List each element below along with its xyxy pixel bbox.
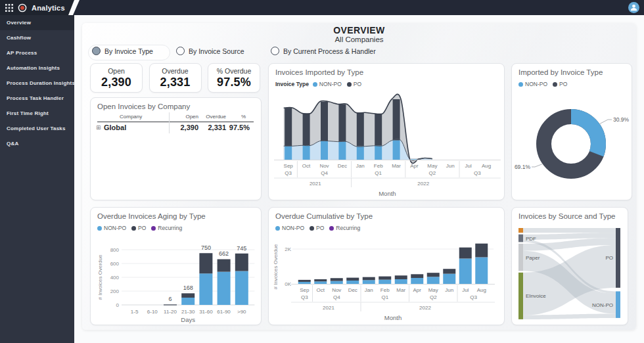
sidebar-item-automation-insights[interactable]: Automation Insights (0, 60, 74, 76)
nonpo-bar[interactable] (363, 280, 375, 284)
legend-item-recurring[interactable]: Recurring (151, 225, 182, 231)
nonpo-bar[interactable] (235, 271, 248, 305)
overdue-cumulative-by-type-card[interactable]: Overdue Cumulative by Type NON-POPORecur… (268, 207, 505, 325)
po-bar[interactable] (411, 274, 423, 278)
sankey-source-node[interactable] (518, 244, 523, 271)
legend-item-non-po[interactable]: NON-PO (518, 81, 547, 87)
nonpo-bar[interactable] (379, 280, 391, 284)
po-bar[interactable] (235, 254, 248, 271)
user-avatar[interactable] (628, 2, 639, 13)
legend-item-non-po[interactable]: NON-PO (97, 225, 126, 231)
nonpo-bar[interactable] (459, 258, 472, 284)
po-bar[interactable] (303, 113, 310, 145)
po-bar[interactable] (314, 279, 327, 281)
nonpo-bar[interactable] (314, 281, 327, 284)
sankey-link[interactable] (523, 314, 616, 319)
sankey-link[interactable] (523, 228, 616, 233)
sankey-source-node[interactable] (518, 273, 523, 319)
legend-item-po[interactable]: PO (553, 81, 567, 87)
radio-by-invoice-source[interactable]: By Invoice Source (176, 47, 244, 55)
po-bar[interactable] (363, 277, 375, 281)
legend-item-po[interactable]: PO (310, 225, 324, 231)
nonpo-bar[interactable] (411, 278, 423, 284)
imported-by-invoice-type-card[interactable]: Imported by Invoice Type NON-POPO 30.9%6… (511, 63, 632, 200)
legend-item-recurring[interactable]: Recurring (329, 225, 360, 231)
nonpo-bar[interactable] (298, 282, 311, 284)
waffle-menu-icon[interactable] (5, 4, 13, 12)
chart-text: Apr (410, 163, 419, 169)
po-bar[interactable] (375, 114, 382, 146)
legend-item-po[interactable]: PO (347, 81, 361, 87)
nonpo-bar[interactable] (475, 257, 488, 284)
po-bar[interactable] (475, 244, 488, 258)
invoices-imported-by-type-card[interactable]: Invoices Imported by Type Invoice TypeNO… (268, 63, 505, 200)
po-bar[interactable] (379, 277, 391, 280)
expand-icon[interactable]: ⊞ (96, 124, 101, 131)
sankey-source-node[interactable] (518, 235, 523, 242)
po-bar[interactable] (393, 99, 400, 141)
open-invoices-by-company-card[interactable]: Open Invoices by Company Company Open Ov… (90, 97, 262, 200)
invoices-by-source-and-type-card[interactable]: Invoices by Source and Type PDFPaperEInv… (511, 207, 628, 325)
po-bar[interactable] (331, 278, 343, 281)
sidebar-item-process-duration-insights[interactable]: Process Duration Insights (0, 76, 74, 91)
po-bar[interactable] (199, 253, 212, 273)
nonpo-bar[interactable] (338, 142, 346, 160)
legend-item-non-po[interactable]: NON-PO (275, 225, 304, 231)
po-bar[interactable] (298, 280, 311, 282)
radio-by-invoice-type[interactable]: By Invoice Type (92, 47, 153, 55)
radio-unselected-icon[interactable] (176, 47, 185, 55)
legend-dot-icon (131, 226, 136, 231)
nonpo-bar[interactable] (218, 272, 231, 305)
sidebar-item-completed-user-tasks[interactable]: Completed User Tasks (0, 121, 74, 136)
nonpo-bar[interactable] (321, 141, 328, 160)
kpi-card-overdue[interactable]: Overdue2,331 (149, 63, 202, 93)
nonpo-bar[interactable] (285, 146, 292, 160)
sankey-source-node[interactable] (518, 228, 523, 233)
po-bar[interactable] (357, 112, 364, 146)
radio-selected-icon[interactable] (92, 47, 101, 55)
col-header-company[interactable]: Company (120, 114, 142, 120)
sidebar-item-q-a[interactable]: Q&A (0, 136, 74, 151)
nonpo-bar[interactable] (427, 277, 440, 284)
po-bar[interactable] (181, 293, 195, 298)
po-bar[interactable] (164, 304, 177, 305)
overdue-aging-by-type-card[interactable]: Overdue Invoices Aging by Type NON-POPOR… (90, 207, 262, 325)
po-bar[interactable] (338, 104, 346, 142)
legend-item-non-po[interactable]: NON-PO (313, 81, 342, 87)
nonpo-bar[interactable] (357, 147, 364, 160)
sankey-target-node[interactable] (616, 291, 620, 318)
radio-unselected-icon[interactable] (271, 47, 279, 55)
kpi-card-open[interactable]: Open2,390 (90, 63, 143, 93)
legend-item-po[interactable]: PO (131, 225, 146, 231)
nonpo-bar[interactable] (346, 281, 359, 284)
nonpo-bar[interactable] (303, 145, 310, 160)
col-header-pct[interactable]: % (225, 114, 246, 120)
nonpo-bar[interactable] (331, 281, 343, 284)
sidebar-item-overview[interactable]: Overview (0, 15, 74, 30)
nonpo-bar[interactable] (199, 273, 212, 305)
sidebar-item-first-time-right[interactable]: First Time Right (0, 106, 74, 121)
po-bar[interactable] (395, 275, 407, 279)
sidebar-item-cashflow[interactable]: Cashflow (0, 30, 74, 45)
radio-by-current-process-handler[interactable]: By Current Process & Handler (271, 47, 376, 55)
po-bar[interactable] (346, 278, 359, 281)
po-bar[interactable] (443, 269, 455, 273)
sidebar-item-process-task-handler[interactable]: Process Task Handler (0, 91, 74, 106)
nonpo-bar[interactable] (393, 141, 400, 160)
legend-dot-icon (275, 226, 280, 231)
sidebar-item-ap-process[interactable]: AP Process (0, 45, 74, 60)
nonpo-bar[interactable] (395, 279, 407, 284)
nonpo-bar[interactable] (181, 298, 195, 305)
table-row-company[interactable]: Global (104, 124, 126, 131)
col-header-overdue[interactable]: Overdue (200, 114, 226, 120)
po-bar[interactable] (459, 248, 472, 259)
nonpo-bar[interactable] (443, 274, 455, 284)
po-bar[interactable] (285, 108, 292, 146)
po-bar[interactable] (218, 259, 231, 271)
nonpo-bar[interactable] (375, 146, 382, 160)
kpi-card--overdue[interactable]: % Overdue97.5% (208, 63, 260, 93)
sankey-target-node[interactable] (616, 228, 620, 288)
po-bar[interactable] (427, 273, 440, 277)
po-bar[interactable] (321, 102, 328, 141)
col-header-open[interactable]: Open (173, 114, 198, 120)
